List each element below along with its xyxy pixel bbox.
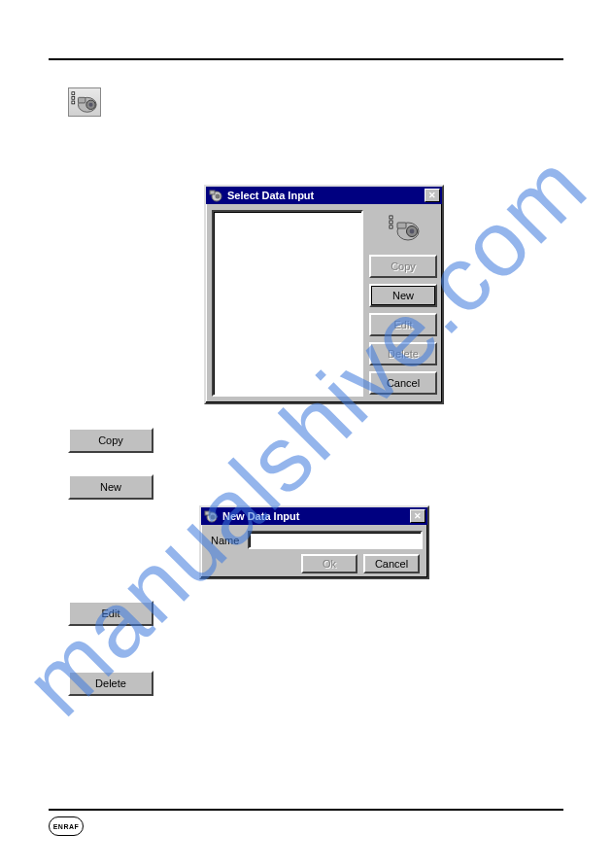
svg-point-15	[410, 229, 415, 234]
svg-point-18	[211, 515, 216, 520]
copy-button[interactable]: Copy	[369, 255, 437, 278]
svg-rect-1	[72, 96, 75, 99]
svg-rect-11	[390, 221, 392, 224]
edit-button-sample[interactable]: Edit	[68, 601, 153, 626]
data-input-tool-icon	[68, 87, 101, 117]
dialog-title: New Data Input	[222, 510, 299, 522]
camera-icon	[203, 508, 219, 524]
cancel-button[interactable]: Cancel	[363, 554, 420, 573]
svg-rect-0	[72, 92, 75, 95]
name-label: Name	[211, 535, 239, 546]
enraf-logo: ENRAF	[49, 816, 84, 836]
new-button[interactable]: New	[369, 284, 437, 307]
svg-rect-12	[390, 226, 392, 228]
data-input-listbox[interactable]	[212, 210, 363, 397]
dialog-title: Select Data Input	[227, 190, 314, 201]
new-data-input-dialog: New Data Input ✕ Name Ok Cancel	[199, 505, 429, 579]
delete-button[interactable]: Delete	[369, 342, 437, 365]
svg-rect-2	[72, 101, 75, 104]
ok-button[interactable]: Ok	[301, 554, 357, 573]
top-rule	[49, 58, 563, 60]
camera-icon	[208, 188, 223, 203]
cancel-button[interactable]: Cancel	[369, 371, 437, 395]
camera-large-icon	[387, 212, 422, 243]
svg-rect-9	[210, 191, 215, 194]
close-icon[interactable]: ✕	[425, 189, 440, 202]
svg-rect-10	[390, 216, 392, 219]
svg-point-5	[88, 103, 92, 107]
document-page: Select Data Input ✕ Copy New Edit Delete…	[49, 29, 563, 846]
dialog-titlebar[interactable]: Select Data Input ✕	[206, 187, 442, 204]
svg-rect-19	[205, 511, 210, 515]
dialog-button-column: Copy New Edit Delete Cancel	[369, 255, 437, 395]
dialog-titlebar[interactable]: New Data Input ✕	[201, 507, 427, 525]
close-icon[interactable]: ✕	[410, 509, 425, 523]
bottom-rule	[49, 809, 563, 811]
edit-button[interactable]: Edit	[369, 313, 437, 336]
copy-button-sample[interactable]: Copy	[68, 428, 153, 453]
name-input[interactable]	[248, 531, 423, 549]
dialog-button-row: Ok Cancel	[301, 554, 420, 573]
svg-rect-16	[397, 223, 406, 228]
select-data-input-dialog: Select Data Input ✕ Copy New Edit Delete…	[204, 185, 444, 404]
new-button-sample[interactable]: New	[68, 474, 153, 500]
svg-point-8	[216, 194, 221, 199]
delete-button-sample[interactable]: Delete	[68, 671, 153, 696]
svg-rect-6	[78, 97, 85, 103]
